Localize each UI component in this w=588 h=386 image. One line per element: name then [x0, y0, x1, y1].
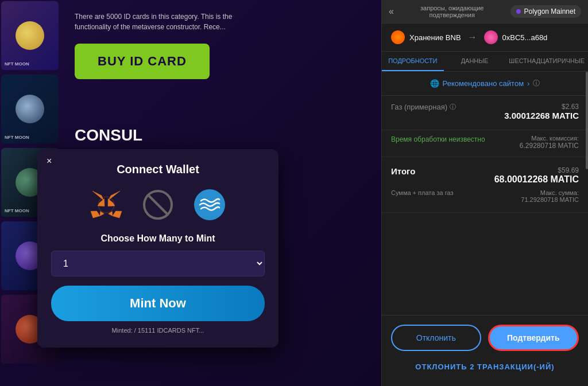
panel-tabs: ПОДРОБНОСТИ ДАННЫЕ ШЕСТНАДЦАТИРИЧНЫЕ	[382, 52, 588, 72]
recommended-link[interactable]: 🌐 Рекомендовано сайтом › ⓘ	[391, 79, 579, 88]
close-modal-button[interactable]: ×	[47, 156, 52, 166]
svg-marker-7	[109, 211, 113, 216]
tab-hex[interactable]: ШЕСТНАДЦАТИРИЧНЫЕ	[505, 52, 588, 71]
card-thumb-1: NFT MOON	[1, 1, 59, 70]
svg-marker-0	[109, 191, 120, 200]
scroll-thumb	[586, 72, 588, 169]
blocked-wallet-option[interactable]	[141, 188, 175, 222]
panel-header: « запросы, ожидающие подтверждения Polyg…	[382, 0, 588, 24]
main-description: There are 5000 ID cards in this category…	[75, 11, 258, 32]
gas-value-right: $2.63 3.00012268 MATIC	[504, 103, 579, 120]
globe-icon: 🌐	[430, 79, 439, 88]
total-value-right: $59.69 68.00012268 MATIC	[494, 166, 579, 185]
back-arrows[interactable]: «	[389, 6, 394, 17]
total-row: Итого $59.69 68.00012268 MATIC	[391, 166, 579, 185]
total-section: Итого $59.69 68.00012268 MATIC Сумма + п…	[382, 157, 588, 213]
action-row: Отклонить Подтвердить	[391, 325, 579, 351]
svg-marker-6	[100, 211, 104, 216]
scroll-indicator	[585, 72, 588, 315]
from-account-label: Хранение BNB	[409, 33, 461, 42]
recommended-info-icon[interactable]: ⓘ	[533, 79, 540, 88]
gas-usd: $2.63	[504, 103, 579, 111]
gas-label: Газ (примерная) ⓘ	[391, 103, 456, 111]
processing-right: Макс. комиссия: 6.29280718 MATIC	[520, 135, 579, 150]
subtotal-row: Сумма + плата за газ Макс. сумма: 71.292…	[391, 189, 579, 203]
recommended-row: 🌐 Рекомендовано сайтом › ⓘ	[382, 72, 588, 96]
svg-line-10	[148, 195, 168, 215]
connect-wallet-modal: × Connect Wallet	[37, 149, 278, 348]
max-commission-label: Макс. комиссия:	[520, 135, 579, 142]
processing-time-label: Время обработки неизвестно	[391, 135, 485, 145]
mint-now-button[interactable]: Mint Now	[51, 286, 265, 321]
quantity-select[interactable]: 1 2 3 4 5	[51, 251, 265, 276]
from-account: Хранение BNB	[391, 30, 461, 44]
total-matic: 68.00012268 MATIC	[494, 174, 579, 185]
recommended-label: Рекомендовано сайтом	[443, 79, 524, 88]
from-account-avatar	[391, 30, 405, 44]
waves-wallet-option[interactable]	[192, 188, 227, 222]
tab-details[interactable]: ПОДРОБНОСТИ	[382, 52, 444, 71]
panel-actions: Отклонить Подтвердить ОТКЛОНИТЬ 2 ТРАНЗА…	[382, 315, 588, 386]
gas-info-icon[interactable]: ⓘ	[450, 103, 456, 111]
gas-row: Газ (примерная) ⓘ $2.63 3.00012268 MATIC	[391, 103, 579, 120]
choose-mint-label: Choose How Many to Mint	[51, 233, 265, 244]
card-thumb-2: NFT MOON	[1, 75, 59, 143]
gas-section: Газ (примерная) ⓘ $2.63 3.00012268 MATIC	[382, 96, 588, 130]
subtotal-right: Макс. сумма: 71.29280718 MATIC	[521, 189, 579, 203]
to-account: 0xBC5...a68d	[484, 30, 548, 44]
reject-all-button[interactable]: ОТКЛОНИТЬ 2 ТРАНЗАКЦИИ(-ИЙ)	[391, 357, 579, 377]
pending-text: запросы, ожидающие подтверждения	[399, 5, 506, 18]
subtotal-label: Сумма + плата за газ	[391, 189, 453, 196]
buy-id-card-button[interactable]: BUY ID CARD	[75, 44, 210, 79]
metamask-panel: « запросы, ожидающие подтверждения Polyg…	[381, 0, 588, 386]
total-label: Итого	[391, 166, 415, 176]
network-label: Polygon Mainnet	[524, 7, 575, 15]
reject-button[interactable]: Отклонить	[391, 325, 481, 351]
subtotal-max-value: 71.29280718 MATIC	[521, 196, 579, 203]
tab-data[interactable]: ДАННЫЕ	[444, 52, 506, 71]
gas-label-text: Газ (примерная)	[391, 103, 447, 111]
recommended-arrow: ›	[527, 79, 529, 88]
mint-select-row: 1 2 3 4 5	[51, 251, 265, 276]
modal-title: Connect Wallet	[51, 163, 265, 176]
consul-title: CONSUL	[75, 126, 258, 145]
processing-row: Время обработки неизвестно Макс. комисси…	[391, 135, 579, 150]
card-label-2: NFT MOON	[5, 135, 29, 140]
metamask-wallet-option[interactable]	[89, 188, 123, 222]
card-label-3: NFT MOON	[5, 208, 29, 213]
account-arrow: →	[468, 32, 477, 42]
to-account-label: 0xBC5...a68d	[502, 33, 548, 42]
panel-accounts: Хранение BNB → 0xBC5...a68d	[382, 24, 588, 52]
panel-scroll[interactable]: 🌐 Рекомендовано сайтом › ⓘ Газ (примерна…	[382, 72, 588, 315]
svg-marker-2	[113, 211, 122, 218]
svg-marker-3	[91, 211, 100, 218]
processing-section: Время обработки неизвестно Макс. комисси…	[382, 130, 588, 157]
metamask-icon	[90, 189, 122, 221]
waves-icon	[194, 189, 225, 220]
confirm-button[interactable]: Подтвердить	[488, 325, 579, 351]
network-dot	[516, 9, 521, 14]
minted-label: Minted: / 15111 IDCARDS NFT...	[51, 327, 265, 334]
subtotal-max-label: Макс. сумма:	[521, 189, 579, 196]
max-commission-value: 6.29280718 MATIC	[520, 142, 579, 150]
network-badge[interactable]: Polygon Mainnet	[510, 5, 581, 18]
total-usd: $59.69	[494, 166, 579, 174]
card-label-1: NFT MOON	[5, 61, 29, 67]
gas-matic: 3.00012268 MATIC	[504, 111, 579, 120]
svg-point-11	[194, 189, 225, 220]
blocked-icon	[142, 189, 173, 220]
svg-marker-1	[92, 191, 104, 200]
wallet-icons-row	[51, 188, 265, 222]
to-account-avatar	[484, 30, 498, 44]
